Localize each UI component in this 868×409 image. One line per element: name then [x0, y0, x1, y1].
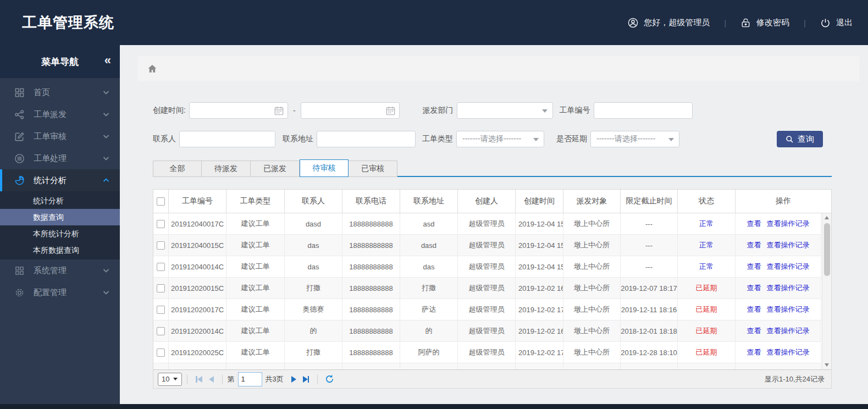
- view-log-link[interactable]: 查看操作记录: [767, 305, 810, 314]
- cell-type: 建议工单: [226, 278, 285, 299]
- scrollbar-thumb[interactable]: [824, 223, 830, 276]
- search-button[interactable]: 查询: [777, 131, 823, 147]
- cell-creator: 超级管理员: [458, 342, 516, 363]
- cell-phone: 18888888888: [342, 299, 400, 320]
- view-log-link[interactable]: 查看操作记录: [767, 347, 810, 357]
- row-checkbox[interactable]: [157, 220, 165, 228]
- column-header: 联系人: [285, 190, 342, 213]
- cell-order_no: 201912020017C: [169, 299, 226, 320]
- page-size-select[interactable]: 10: [158, 373, 182, 386]
- collapse-sidebar-icon[interactable]: «: [104, 53, 110, 68]
- cell-contact: dasd: [285, 213, 342, 234]
- lock-icon: [740, 18, 751, 28]
- logout-label: 退出: [836, 18, 853, 28]
- view-log-link[interactable]: 查看操作记录: [767, 219, 810, 229]
- sidebar-item-statistics[interactable]: 统计分析: [0, 169, 120, 191]
- sidebar-item-dispatch[interactable]: 工单派发: [0, 103, 120, 125]
- row-checkbox[interactable]: [157, 306, 165, 314]
- cell-type: [226, 363, 285, 369]
- first-page-button[interactable]: [196, 376, 202, 383]
- sidebar-item-label: 工单派发: [34, 109, 67, 120]
- vertical-scrollbar[interactable]: [822, 213, 831, 369]
- cell-target: 墩上中心所: [563, 342, 621, 363]
- tab-已审核[interactable]: 已审核: [349, 161, 397, 177]
- select-all-checkbox[interactable]: [157, 197, 165, 206]
- column-header: 工单编号: [169, 190, 226, 213]
- order-type-label: 工单类型: [422, 134, 453, 144]
- scroll-down-icon[interactable]: [822, 361, 832, 369]
- view-log-link[interactable]: 查看操作记录: [767, 283, 810, 293]
- cell-target: 墩上中心所: [563, 278, 621, 299]
- submenu-item-统计分析[interactable]: 统计分析: [0, 192, 120, 209]
- cell-type: 建议工单: [226, 256, 285, 277]
- calendar-icon[interactable]: [385, 106, 396, 116]
- row-checkbox[interactable]: [157, 241, 165, 250]
- order-type-select[interactable]: -------请选择-------: [456, 131, 544, 147]
- prev-page-button[interactable]: [209, 376, 214, 383]
- cell-status: 已延期: [678, 278, 736, 299]
- row-checkbox[interactable]: [157, 349, 165, 357]
- calendar-icon[interactable]: [274, 106, 284, 116]
- tab-全部[interactable]: 全部: [153, 161, 202, 177]
- tab-已派发[interactable]: 已派发: [251, 161, 300, 177]
- view-log-link[interactable]: 查看操作记录: [767, 262, 810, 272]
- next-page-button[interactable]: [291, 376, 296, 383]
- tab-待审核[interactable]: 待审核: [300, 159, 349, 177]
- scroll-up-icon[interactable]: [822, 213, 832, 222]
- sidebar-item-process[interactable]: 工单处理: [0, 147, 120, 169]
- caret-down-icon: [533, 138, 539, 141]
- row-checkbox-cell: [153, 320, 169, 341]
- cell-deadline: ---: [621, 256, 678, 277]
- user-greeting[interactable]: 您好，超级管理员: [628, 18, 710, 28]
- logout-button[interactable]: 退出: [820, 18, 853, 28]
- submenu-item-本所数据查询[interactable]: 本所数据查询: [0, 242, 120, 258]
- chevron-down-icon: [102, 89, 110, 96]
- dispatch-dept-select[interactable]: [457, 102, 553, 119]
- submenu-item-数据查询[interactable]: 数据查询: [0, 209, 120, 225]
- home-icon[interactable]: [147, 64, 157, 74]
- view-link[interactable]: 查看: [747, 347, 761, 357]
- cell-deadline: ---: [621, 213, 678, 234]
- view-link[interactable]: 查看: [747, 283, 761, 293]
- row-checkbox[interactable]: [157, 327, 165, 335]
- sidebar-item-review[interactable]: 工单审核: [0, 125, 120, 147]
- refresh-icon[interactable]: [325, 374, 334, 384]
- cell-type: 建议工单: [226, 320, 285, 341]
- sidebar-menu: 首页 工单派发: [0, 78, 120, 404]
- view-link[interactable]: 查看: [747, 219, 761, 229]
- row-checkbox[interactable]: [157, 263, 165, 271]
- page-number-input[interactable]: 1: [238, 372, 262, 386]
- table-row: 201912040017C建议工单dasd18888888888asd超级管理员…: [153, 213, 821, 235]
- sidebar-item-config[interactable]: 配置管理: [0, 281, 120, 303]
- record-summary: 显示1-10,共24记录: [765, 374, 827, 384]
- table-header: 工单编号工单类型联系人联系电话联系地址创建人创建时间派发对象限定截止时间状态操作: [153, 190, 831, 213]
- sidebar-item-system[interactable]: 系统管理: [0, 259, 120, 281]
- row-checkbox[interactable]: [157, 284, 165, 292]
- created-time-end-input[interactable]: [301, 102, 400, 119]
- change-password-label: 修改密码: [756, 18, 789, 28]
- order-no-input[interactable]: [594, 102, 693, 119]
- view-log-link[interactable]: 查看操作记录: [767, 240, 810, 250]
- status-tabs: 全部待派发已派发待审核已审核: [153, 159, 832, 177]
- sidebar-item-home[interactable]: 首页: [0, 81, 120, 103]
- view-link[interactable]: 查看: [747, 262, 761, 272]
- table-row: 201912020017C建议工单奥德赛18888888888萨达超级管理员20…: [153, 299, 821, 320]
- view-link[interactable]: 查看: [747, 326, 761, 336]
- change-password-button[interactable]: 修改密码: [740, 18, 789, 28]
- contact-input[interactable]: [179, 131, 275, 147]
- tab-待派发[interactable]: 待派发: [202, 161, 251, 177]
- date-range-separator: -: [293, 106, 296, 115]
- view-log-link[interactable]: 查看操作记录: [767, 326, 810, 336]
- work-order-table: 工单编号工单类型联系人联系电话联系地址创建人创建时间派发对象限定截止时间状态操作…: [153, 189, 832, 389]
- view-link[interactable]: 查看: [747, 305, 761, 314]
- address-input[interactable]: [317, 131, 416, 147]
- submenu-item-本所统计分析[interactable]: 本所统计分析: [0, 225, 120, 242]
- last-page-button[interactable]: [303, 376, 309, 383]
- created-time-start-input[interactable]: [189, 102, 288, 119]
- cell-type: 建议工单: [226, 213, 285, 234]
- cell-target: 墩上中心所: [563, 256, 621, 277]
- view-link[interactable]: 查看: [747, 240, 761, 250]
- delay-select[interactable]: -------请选择-------: [590, 131, 679, 147]
- pagination-bar: 10 第 1 共3页: [153, 369, 831, 388]
- dispatch-dept-label: 派发部门: [423, 106, 454, 115]
